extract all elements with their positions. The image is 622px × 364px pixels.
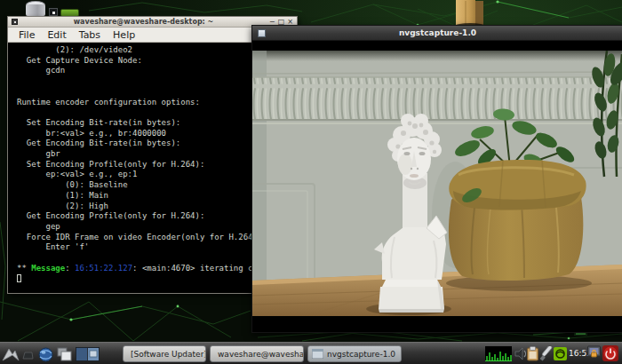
wall-molding-band [252,77,622,120]
terminal-cursor [17,274,21,282]
power-button[interactable] [602,345,618,361]
taskbar-button-nvgstcapture[interactable]: nvgstcapture-1.0 [307,345,402,362]
task-label: waveshare@waveshare-des... [218,350,304,359]
cpu-monitor-graph[interactable] [485,346,512,361]
file-manager-icon[interactable] [22,351,34,360]
workspace-pager[interactable] [76,347,100,361]
clipboard-icon[interactable] [527,346,538,361]
message-label: Message [31,264,65,273]
bust-base [379,280,444,313]
desktop: waveshare@waveshare-desktop: ~ − □ × Fil… [0,0,622,364]
nvidia-icon[interactable] [554,347,567,360]
task-label: [Software Updater] [131,350,206,359]
terminal-window-icon [12,19,18,25]
message-rest: : <main:4670> iterating cap [132,264,262,273]
show-desktop-icon[interactable] [57,347,72,361]
capture-window: nvgstcapture-1.0 [251,25,622,333]
volume-icon[interactable] [514,347,527,360]
drive-icon-body [26,4,45,16]
drive-desktop-icon[interactable] [26,1,45,16]
taskbar-button-software-updater[interactable]: [Software Updater] [123,345,206,362]
capture-titlebar[interactable]: nvgstcapture-1.0 [252,26,622,41]
start-menu-icon[interactable] [2,346,20,362]
tool-icon[interactable] [539,346,553,361]
menu-edit[interactable]: Edit [41,28,72,43]
message-stars: ** [17,264,31,273]
screen-lock-icon[interactable] [587,345,601,362]
capture-task-icon [312,349,323,359]
dark-desktop-icon[interactable] [49,8,58,16]
menu-tabs[interactable]: Tabs [73,28,107,43]
taskbar-button-terminal[interactable]: waveshare@waveshare-des... [210,345,304,362]
task-label: nvgstcapture-1.0 [327,350,395,359]
taskbar: [Software Updater] waveshare@waveshare-d… [0,342,622,364]
capture-window-title: nvgstcapture-1.0 [252,26,622,41]
terminal-window-title: waveshare@waveshare-desktop: ~ [18,17,269,28]
menu-help[interactable]: Help [107,28,141,43]
menu-file[interactable]: File [12,28,41,43]
camera-video-feed [252,51,622,316]
message-sep: : [65,264,75,273]
browser-globe-icon[interactable] [38,347,53,362]
message-timestamp: 16:51:22.127 [75,264,132,273]
